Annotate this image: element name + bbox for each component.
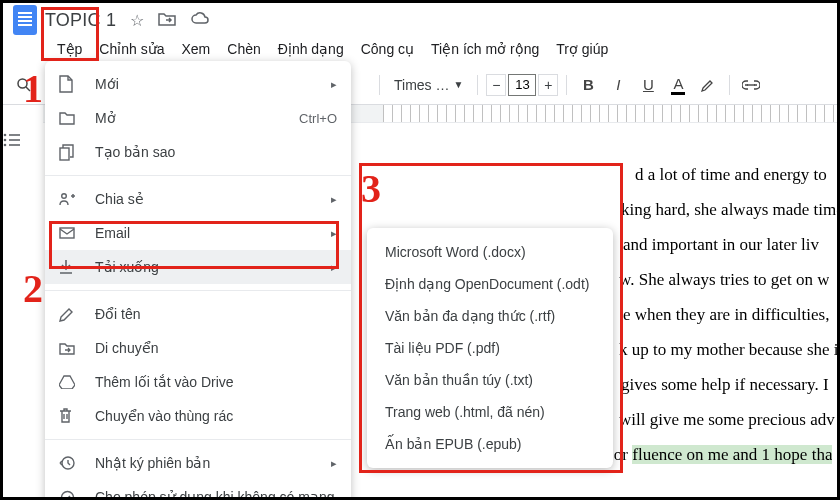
submenu-item-rtf[interactable]: Văn bản đa dạng thức (.rtf) — [367, 300, 613, 332]
toolbar-separator — [477, 75, 478, 95]
cloud-status-icon[interactable] — [190, 11, 210, 30]
body-line: king hard, she always made time — [621, 193, 840, 228]
rename-icon — [59, 307, 79, 322]
toolbar-separator — [379, 75, 380, 95]
submenu-item-html[interactable]: Trang web (.html, đã nén) — [367, 396, 613, 428]
menu-label: Mới — [95, 76, 315, 92]
document-icon — [59, 75, 79, 93]
svg-line-1 — [26, 87, 30, 91]
menu-item-email[interactable]: Email ▸ — [45, 216, 351, 250]
font-size-decrease[interactable]: − — [486, 74, 506, 96]
svg-point-5 — [4, 139, 7, 142]
body-line: and important in our later liv — [623, 228, 819, 263]
menu-item-offline[interactable]: Cho phép sử dụng khi không có mạng — [45, 480, 351, 500]
menu-separator — [45, 175, 351, 176]
shortcut-label: Ctrl+O — [299, 111, 337, 126]
document-title[interactable]: TOPIC 1 — [45, 10, 116, 31]
menu-item-share[interactable]: Chia sẻ ▸ — [45, 182, 351, 216]
font-name-label: Times … — [394, 77, 449, 93]
menu-file[interactable]: Tệp — [49, 37, 90, 61]
bold-button[interactable]: B — [575, 72, 601, 98]
menu-item-make-copy[interactable]: Tạo bản sao — [45, 135, 351, 169]
body-line: e when they are in difficulties, — [623, 298, 829, 333]
menu-insert[interactable]: Chèn — [219, 37, 268, 61]
star-icon[interactable]: ☆ — [130, 11, 144, 30]
history-icon — [59, 455, 79, 471]
menu-label: Thêm lối tắt vào Drive — [95, 374, 337, 390]
download-submenu: Microsoft Word (.docx) Định dạng OpenDoc… — [367, 228, 613, 468]
italic-button[interactable]: I — [605, 72, 631, 98]
copy-icon — [59, 144, 79, 161]
menu-edit[interactable]: Chỉnh sửa — [91, 37, 172, 61]
toolbar-separator — [729, 75, 730, 95]
menu-item-move[interactable]: Di chuyển — [45, 331, 351, 365]
body-line: d a lot of time and energy to — [635, 158, 827, 193]
email-icon — [59, 227, 79, 239]
font-size-input[interactable] — [508, 74, 536, 96]
menu-label: Tải xuống — [95, 259, 315, 275]
svg-point-3 — [4, 134, 7, 137]
insert-link-button[interactable] — [738, 72, 764, 98]
submenu-item-pdf[interactable]: Tài liệu PDF (.pdf) — [367, 332, 613, 364]
menu-tools[interactable]: Công cụ — [353, 37, 422, 61]
file-dropdown-menu: Mới ▸ Mở Ctrl+O Tạo bản sao Chia sẻ ▸ Em… — [45, 61, 351, 500]
submenu-item-epub[interactable]: Ấn bản EPUB (.epub) — [367, 428, 613, 460]
menu-label: Nhật ký phiên bản — [95, 455, 315, 471]
drive-shortcut-icon — [59, 375, 79, 389]
body-line: will give me some precious adv — [619, 403, 835, 438]
chevron-right-icon: ▸ — [331, 261, 337, 274]
chevron-right-icon: ▸ — [331, 78, 337, 91]
menu-help[interactable]: Trợ giúp — [548, 37, 616, 61]
chevron-right-icon: ▸ — [331, 457, 337, 470]
svg-rect-13 — [60, 228, 74, 238]
menu-label: Mở — [95, 110, 283, 126]
move-icon — [59, 342, 79, 355]
menu-label: Cho phép sử dụng khi không có mạng — [95, 489, 337, 500]
menu-separator — [45, 290, 351, 291]
highlight-button[interactable] — [695, 72, 721, 98]
body-line: k up to my mother because she i — [619, 333, 839, 368]
download-icon — [59, 259, 79, 275]
underline-button[interactable]: U — [635, 72, 661, 98]
submenu-item-odt[interactable]: Định dạng OpenDocument (.odt) — [367, 268, 613, 300]
svg-rect-9 — [60, 148, 69, 160]
menu-item-open[interactable]: Mở Ctrl+O — [45, 101, 351, 135]
menu-extensions[interactable]: Tiện ích mở rộng — [423, 37, 547, 61]
menu-view[interactable]: Xem — [174, 37, 219, 61]
share-icon — [59, 192, 79, 206]
trash-icon — [59, 408, 79, 424]
offline-icon — [59, 490, 79, 501]
text-color-button[interactable]: A — [665, 72, 691, 98]
outline-toggle-icon[interactable] — [3, 133, 43, 147]
menu-label: Di chuyển — [95, 340, 337, 356]
menu-format[interactable]: Định dạng — [270, 37, 352, 61]
menu-item-version-history[interactable]: Nhật ký phiên bản ▸ — [45, 446, 351, 480]
chevron-right-icon: ▸ — [331, 193, 337, 206]
menu-item-download[interactable]: Tải xuống ▸ — [45, 250, 351, 284]
svg-point-7 — [4, 144, 7, 147]
submenu-item-docx[interactable]: Microsoft Word (.docx) — [367, 236, 613, 268]
menu-item-new[interactable]: Mới ▸ — [45, 67, 351, 101]
search-button[interactable] — [11, 72, 37, 98]
svg-point-15 — [62, 491, 74, 500]
svg-point-0 — [18, 79, 27, 88]
svg-point-10 — [62, 194, 67, 199]
move-folder-icon[interactable] — [158, 11, 176, 30]
menu-label: Chia sẻ — [95, 191, 315, 207]
menu-label: Tạo bản sao — [95, 144, 337, 160]
font-family-select[interactable]: Times … ▼ — [388, 75, 469, 95]
menu-separator — [45, 439, 351, 440]
submenu-item-txt[interactable]: Văn bản thuần túy (.txt) — [367, 364, 613, 396]
font-size-increase[interactable]: + — [538, 74, 558, 96]
menu-item-add-shortcut[interactable]: Thêm lối tắt vào Drive — [45, 365, 351, 399]
body-line: w. She always tries to get on w — [619, 263, 829, 298]
docs-logo-icon[interactable] — [13, 5, 37, 35]
menu-item-trash[interactable]: Chuyển vào thùng rác — [45, 399, 351, 433]
chevron-right-icon: ▸ — [331, 227, 337, 240]
chevron-down-icon: ▼ — [453, 79, 463, 90]
menu-label: Đổi tên — [95, 306, 337, 322]
menu-item-rename[interactable]: Đổi tên — [45, 297, 351, 331]
menubar: Tệp Chỉnh sửa Xem Chèn Định dạng Công cụ… — [49, 37, 827, 61]
body-line: gives some help if necessary. I — [621, 368, 829, 403]
menu-label: Chuyển vào thùng rác — [95, 408, 337, 424]
